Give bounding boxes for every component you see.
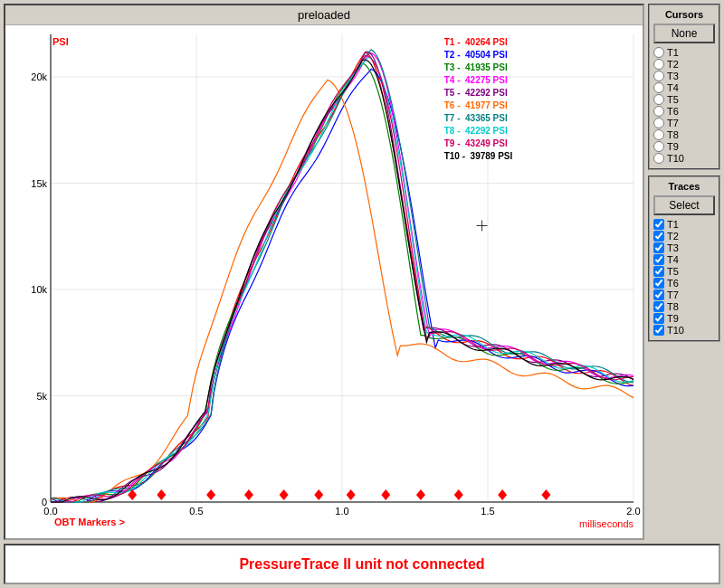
trace-check-t7-input[interactable] [653,289,664,300]
traces-group: Traces Select T1 T2 T3 T4 [648,175,720,342]
cursor-radio-t9-input[interactable] [653,141,664,152]
cursor-radio-t1: T1 [653,47,715,58]
cursor-radio-t5: T5 [653,94,715,105]
trace-check-t10: T10 [653,325,715,336]
trace-check-t3-input[interactable] [653,242,664,253]
cursor-radio-t2: T2 [653,59,715,70]
trace-check-t5: T5 [653,266,715,277]
cursors-title: Cursors [653,9,715,20]
cursor-radio-t3: T3 [653,71,715,81]
cursor-radio-t10: T10 [653,153,715,164]
select-button[interactable]: Select [653,195,715,215]
status-text: PressureTrace II unit not connected [239,556,484,573]
cursor-radio-t9: T9 [653,141,715,152]
cursor-radio-t8: T8 [653,129,715,140]
none-button[interactable]: None [653,24,715,43]
traces-title: Traces [653,181,715,192]
cursor-radio-t10-input[interactable] [653,153,664,164]
trace-check-t4: T4 [653,254,715,265]
trace-check-t5-input[interactable] [653,266,664,277]
trace-check-t9: T9 [653,313,715,324]
trace-check-t3: T3 [653,242,715,253]
trace-check-t1: T1 [653,219,715,230]
cursor-radio-t7: T7 [653,118,715,128]
trace-check-t6: T6 [653,278,715,289]
cursor-radio-t8-input[interactable] [653,129,664,140]
chart-panel: preloaded [4,4,644,540]
cursor-radio-t4: T4 [653,82,715,93]
cursor-radio-t7-input[interactable] [653,118,664,128]
trace-check-t10-input[interactable] [653,325,664,336]
main-chart [5,25,643,538]
cursor-radio-t5-input[interactable] [653,94,664,105]
trace-check-t2-input[interactable] [653,231,664,242]
cursors-group: Cursors None T1 T2 T3 T4 [648,4,720,170]
status-bar: PressureTrace II unit not connected [4,544,720,584]
trace-check-t4-input[interactable] [653,254,664,265]
top-section: preloaded Cursors None T1 T2 [4,4,720,540]
trace-check-t8-input[interactable] [653,301,664,312]
trace-check-t6-input[interactable] [653,278,664,289]
trace-check-t7: T7 [653,289,715,300]
cursor-radio-t1-input[interactable] [653,47,664,58]
cursor-radio-t4-input[interactable] [653,82,664,93]
cursor-radio-t2-input[interactable] [653,59,664,70]
cursor-radio-t6-input[interactable] [653,106,664,117]
trace-check-t8: T8 [653,301,715,312]
trace-check-t9-input[interactable] [653,313,664,324]
chart-area [5,25,643,538]
cursor-radio-t6: T6 [653,106,715,117]
chart-title: preloaded [5,5,643,25]
cursor-radio-t3-input[interactable] [653,71,664,81]
trace-check-t1-input[interactable] [653,219,664,230]
main-container: preloaded Cursors None T1 T2 [0,0,724,588]
right-panel: Cursors None T1 T2 T3 T4 [648,4,720,540]
trace-check-t2: T2 [653,231,715,242]
